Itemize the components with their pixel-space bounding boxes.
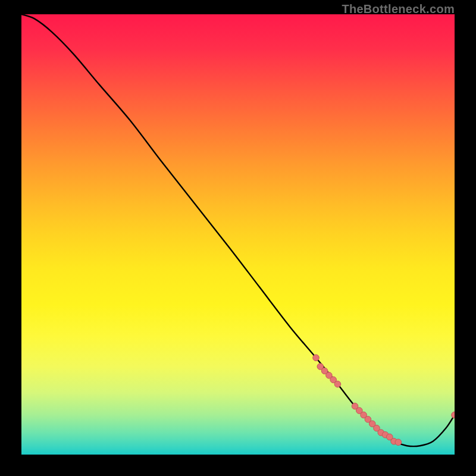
plot-area [21,14,455,455]
curve-svg [21,14,455,455]
chart-stage: TheBottleneck.com [0,0,476,476]
data-point [313,355,320,361]
data-point [395,439,402,446]
data-point [334,381,341,387]
data-point [452,412,455,418]
highlight-points [313,355,455,446]
bottleneck-curve [21,14,455,446]
